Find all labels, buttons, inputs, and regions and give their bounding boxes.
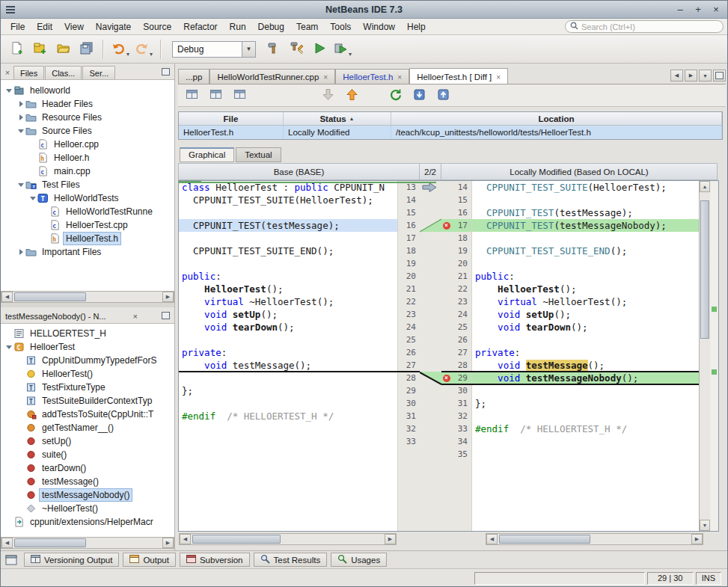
restore-window-group-icon[interactable] xyxy=(5,555,17,565)
explorer-tab-2[interactable]: Clas... xyxy=(45,66,82,79)
code-line[interactable]: void setUp(); xyxy=(179,308,397,321)
scroll-left-icon[interactable]: ◀ xyxy=(1,538,13,548)
code-line[interactable]: void testMessageNobody(); xyxy=(472,372,699,384)
close-tab-icon[interactable]: × xyxy=(397,73,402,82)
minimize-window-icon[interactable]: – xyxy=(672,3,688,16)
table-row[interactable]: HelloerTest.hLocally Modified/teach/kcup… xyxy=(179,126,722,139)
menu-navigate[interactable]: Navigate xyxy=(90,19,137,34)
code-line[interactable] xyxy=(472,334,699,346)
project-tree-item[interactable]: cHelloerTest.cpp xyxy=(1,218,174,232)
modified-horizontal-scrollbar[interactable]: ◀▶ xyxy=(486,533,703,545)
menu-run[interactable]: Run xyxy=(224,19,252,34)
close-tab-icon[interactable]: × xyxy=(496,73,501,82)
navigator-tree-item[interactable]: TTestSuiteBuilderContextTyp xyxy=(1,394,174,408)
code-line[interactable]: public: xyxy=(472,270,699,283)
clean-build-project-button[interactable] xyxy=(286,39,307,60)
code-line[interactable] xyxy=(179,372,397,384)
bottom-tab-test-results[interactable]: Test Results xyxy=(254,553,328,567)
navigator-tree-item[interactable]: TCppUnitDummyTypedefForS xyxy=(1,354,174,367)
diff-view-button-2[interactable] xyxy=(207,87,224,105)
project-tree-item[interactable]: cmain.cpp xyxy=(1,165,174,178)
menu-help[interactable]: Help xyxy=(401,19,432,34)
code-line[interactable]: private: xyxy=(179,346,397,359)
expand-handle-icon[interactable] xyxy=(17,181,25,188)
project-tree-item[interactable]: cHelloer.cpp xyxy=(1,138,174,151)
vertical-scrollbar[interactable]: ▲ ▼ xyxy=(699,181,710,531)
bottom-tab-output[interactable]: Output xyxy=(123,553,176,567)
base-horizontal-scrollbar[interactable]: ◀▶ xyxy=(179,533,397,545)
code-line[interactable]: private: xyxy=(472,346,699,359)
code-line[interactable] xyxy=(179,334,397,346)
code-line[interactable]: void testMessage(); xyxy=(179,359,397,372)
code-line[interactable] xyxy=(472,232,699,245)
undo-button[interactable]: ▾ xyxy=(110,39,131,60)
code-line[interactable] xyxy=(472,384,699,397)
revert-change-icon[interactable]: × xyxy=(443,222,450,230)
menu-refactor[interactable]: Refactor xyxy=(177,19,223,34)
code-line[interactable]: void tearDown(); xyxy=(472,321,699,334)
code-line[interactable]: HelloerTest(); xyxy=(179,283,397,295)
code-line[interactable]: #endif /* HELLOERTEST_H */ xyxy=(472,422,699,435)
code-line[interactable]: virtual ~HelloerTest(); xyxy=(179,295,397,308)
navigator-horizontal-scrollbar[interactable]: ◀▶ xyxy=(1,537,174,549)
diff-mark[interactable] xyxy=(712,369,717,375)
minimize-navigator-icon[interactable] xyxy=(162,312,170,319)
save-all-button[interactable] xyxy=(76,39,97,60)
editor-tab[interactable]: ...pp xyxy=(178,69,209,84)
expand-handle-icon[interactable] xyxy=(5,343,13,351)
code-line[interactable] xyxy=(472,194,699,206)
project-tree-item[interactable]: helloworld xyxy=(1,84,174,97)
scroll-right-icon[interactable]: ▶ xyxy=(385,534,396,544)
menu-source[interactable]: Source xyxy=(137,19,177,34)
code-line[interactable]: #endif /* HELLOERTEST_H */ xyxy=(179,410,397,422)
scrollbar-thumb[interactable] xyxy=(700,200,709,339)
projects-horizontal-scrollbar[interactable]: ◀▶ xyxy=(1,291,174,303)
close-tab-icon[interactable]: × xyxy=(323,73,328,82)
column-header-status[interactable]: Status▲ xyxy=(284,112,391,125)
project-tree-item[interactable]: hHelloerTest.h xyxy=(1,232,174,245)
scrollbar-track[interactable] xyxy=(13,538,162,548)
scroll-tabs-left-button[interactable]: ◀ xyxy=(670,70,683,82)
commit-button[interactable] xyxy=(434,87,452,105)
previous-difference-button[interactable] xyxy=(343,87,361,105)
code-line[interactable] xyxy=(472,257,699,270)
code-line[interactable] xyxy=(179,232,397,245)
project-tree-item[interactable]: hHelloer.h xyxy=(1,151,174,165)
code-line[interactable]: virtual ~HelloerTest(); xyxy=(472,295,699,308)
search-input[interactable] xyxy=(581,22,718,31)
scrollbar-thumb[interactable] xyxy=(499,535,590,544)
scroll-right-icon[interactable]: ▶ xyxy=(162,292,174,302)
debug-project-button[interactable]: ▾ xyxy=(332,39,353,60)
close-navigator-icon[interactable]: × xyxy=(129,312,141,323)
navigator-tree-item[interactable]: ~HelloerTest() xyxy=(1,502,174,515)
expand-handle-icon[interactable] xyxy=(29,194,37,202)
close-window-icon[interactable]: × xyxy=(708,3,724,16)
navigator-tree-item[interactable]: HelloerTest() xyxy=(1,367,174,381)
diff-mark[interactable] xyxy=(712,307,717,312)
scroll-down-icon[interactable]: ▼ xyxy=(700,520,710,531)
code-line[interactable]: HelloerTest(); xyxy=(472,283,699,295)
code-line[interactable]: CPPUNIT_TEST_SUITE_END(); xyxy=(179,245,397,257)
expand-handle-icon[interactable] xyxy=(17,114,25,121)
explorer-tab-1[interactable]: Files xyxy=(13,66,44,79)
project-tree-item[interactable]: Resource Files xyxy=(1,111,174,124)
explorer-tab-3[interactable]: Ser... xyxy=(82,66,115,79)
expand-handle-icon[interactable] xyxy=(17,248,25,256)
scrollbar-thumb[interactable] xyxy=(14,538,86,547)
bottom-tab-versioning-output[interactable]: Versioning Output xyxy=(24,553,119,567)
navigator-tree-item[interactable]: testMessageNobody() xyxy=(1,488,174,502)
project-tree-item[interactable]: THelloWorldTests xyxy=(1,191,174,205)
menu-view[interactable]: View xyxy=(58,19,90,34)
navigator-tree-item[interactable]: tearDown() xyxy=(1,461,174,475)
code-line[interactable]: CPPUNIT_TEST_SUITE(HelloerTest); xyxy=(179,194,397,206)
code-line[interactable] xyxy=(179,435,397,448)
column-header-location[interactable]: Location xyxy=(391,112,722,125)
maximize-window-button[interactable] xyxy=(713,70,726,82)
scrollbar-track[interactable] xyxy=(13,292,162,302)
column-header-file[interactable]: File xyxy=(179,112,284,125)
scrollbar-track[interactable] xyxy=(191,534,385,544)
diff-view-button-1[interactable] xyxy=(183,87,201,105)
redo-button[interactable]: ▾ xyxy=(133,39,154,60)
code-line[interactable]: void tearDown(); xyxy=(179,321,397,334)
diff-tab-graphical[interactable]: Graphical xyxy=(180,147,234,162)
